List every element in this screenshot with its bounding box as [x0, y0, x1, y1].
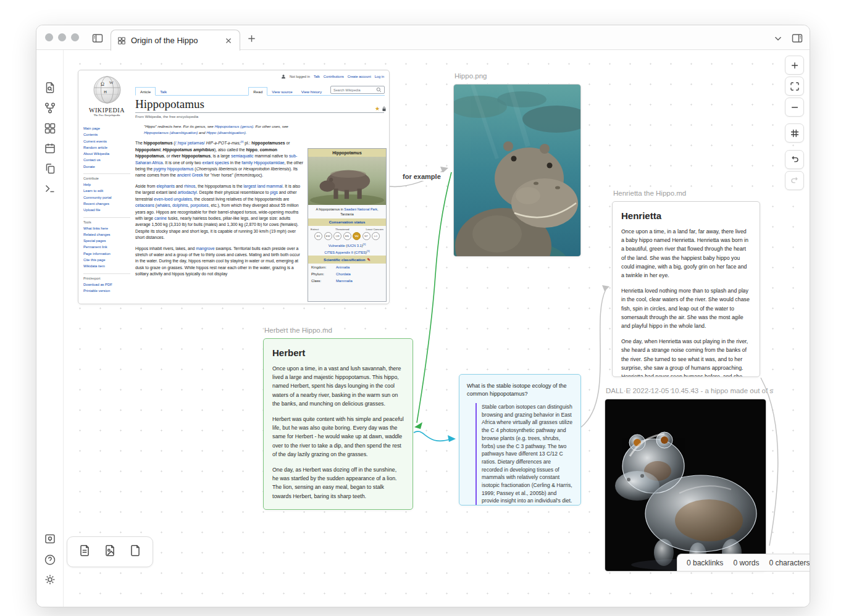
- wikipedia-header-tabs: ArticleTalk ReadView sourceView history …: [135, 85, 385, 96]
- word-count: 0 words: [733, 559, 759, 567]
- wikipedia-personal-links[interactable]: Not logged inTalkContributionsCreate acc…: [281, 74, 384, 79]
- graph-icon: [44, 102, 56, 114]
- wikipedia-logo[interactable]: Ω W H: [83, 75, 130, 104]
- taxobox-caption: A hippopotamus in Saadani National Park,…: [308, 205, 386, 218]
- wikipedia-namespace-tabs[interactable]: ArticleTalk: [135, 87, 171, 95]
- answer-blockquote: Stable carbon isotopes can distinguish b…: [475, 403, 573, 505]
- article-subtitle: From Wikipedia, the free encyclopedia: [135, 115, 384, 119]
- wikipedia-globe-icon: Ω W H: [93, 75, 122, 104]
- edit-pencil-icon[interactable]: ✎: [367, 257, 370, 262]
- card-label-herbert: Herbert the Hippo.md: [264, 327, 413, 334]
- svg-text:Ω: Ω: [101, 81, 104, 87]
- obsidian-window: Origin of the Hippo: [36, 25, 810, 607]
- wikipedia-tools-links[interactable]: What links hereRelated changesSpecial pa…: [83, 225, 130, 270]
- wikipedia-view-tabs[interactable]: ReadView sourceView history: [248, 87, 326, 95]
- baby-hippo-underwater-image: [454, 85, 581, 257]
- panel-left-icon: [91, 32, 104, 44]
- tab-list-dropdown-button[interactable]: [771, 31, 785, 45]
- zoom-window-button[interactable]: [71, 33, 79, 41]
- zoom-to-fit-button[interactable]: [785, 77, 804, 96]
- svg-text:H: H: [104, 89, 107, 94]
- close-window-button[interactable]: [45, 33, 53, 41]
- article-paragraph: Hippos inhabit rivers, lakes, and mangro…: [135, 246, 304, 278]
- zoom-in-button[interactable]: [785, 56, 804, 75]
- wikipedia-wordmark: WIKIPEDIA: [83, 107, 130, 114]
- question-text: What is the stable isotope ecology of th…: [467, 382, 573, 398]
- plus-icon: [246, 33, 257, 44]
- help-icon: [44, 554, 56, 566]
- cites-status-line[interactable]: CITES Appendix II (CITES)[1]: [309, 249, 385, 254]
- file-search-icon: [44, 81, 56, 94]
- iucn-scale-labels: ExtinctThreatenedLeast Concern: [308, 226, 386, 231]
- chevron-down-icon: [773, 33, 784, 44]
- plus-icon: [789, 60, 800, 71]
- classification-header[interactable]: Scientific classification ✎: [308, 256, 386, 264]
- undo-button[interactable]: [785, 150, 804, 169]
- copy-files-icon: [44, 162, 56, 175]
- wikipedia-print-links[interactable]: Download as PDFPrintable version: [83, 281, 130, 294]
- titlebar: Origin of the Hippo: [36, 25, 810, 50]
- terminal-icon: [44, 182, 56, 194]
- wikipedia-search-box[interactable]: Search Wikipedia: [330, 86, 385, 94]
- card-label-dalle: DALL·E 2022-12-05 10.45.43 - a hippo mad…: [606, 387, 802, 394]
- new-tab-button[interactable]: [245, 32, 258, 44]
- henrietta-note-card[interactable]: Henrietta Once upon a time, in a land fa…: [612, 201, 760, 377]
- character-count: 0 characters: [769, 559, 810, 567]
- snap-to-grid-toggle[interactable]: [785, 123, 804, 143]
- article-paragraph: The hippopotamus (/ˌhɪpəˈpɒtəməs/ HIP-ə-…: [135, 139, 304, 179]
- toggle-right-sidebar-button[interactable]: [790, 31, 804, 45]
- sidebar-section-header: Tools: [83, 217, 130, 224]
- canvas-grid-icon: [44, 122, 56, 135]
- card-label-hippo-png: Hippo.png: [454, 72, 581, 80]
- minus-icon: [789, 102, 800, 113]
- templates-button[interactable]: [44, 162, 56, 175]
- status-bar: 0 backlinks 0 words 0 characters: [677, 554, 810, 572]
- note-card-icon: [78, 544, 91, 557]
- calendar-icon: [44, 142, 56, 154]
- new-canvas-button[interactable]: [44, 122, 56, 135]
- close-tab-icon[interactable]: [224, 36, 233, 46]
- gear-icon: [44, 573, 56, 586]
- article-title: Hippopotamus: [135, 98, 384, 113]
- help-button[interactable]: [44, 554, 56, 566]
- dalle-image-card[interactable]: [605, 399, 766, 572]
- iucn-badges: EXEWCRENVUNTLC: [308, 231, 386, 241]
- quick-switcher-button[interactable]: [44, 81, 56, 94]
- tab-origin-of-the-hippo[interactable]: Origin of the Hippo: [111, 30, 240, 51]
- add-file-card-button[interactable]: [128, 544, 142, 560]
- wikipedia-nav-links[interactable]: Main pageContentsCurrent eventsRandom ar…: [83, 125, 130, 170]
- traffic-lights[interactable]: [45, 33, 79, 41]
- graph-view-button[interactable]: [44, 102, 56, 114]
- minimize-window-button[interactable]: [58, 33, 66, 41]
- add-note-card-button[interactable]: [78, 544, 91, 560]
- redo-button[interactable]: [785, 171, 804, 190]
- daily-note-button[interactable]: [44, 142, 56, 154]
- left-ribbon: [36, 50, 64, 607]
- add-media-card-button[interactable]: [103, 544, 117, 560]
- note-body: Once upon a time, in a land far, far awa…: [621, 227, 751, 377]
- search-placeholder: Search Wikipedia: [333, 88, 361, 92]
- settings-button[interactable]: [44, 573, 56, 586]
- herbert-note-card[interactable]: Herbert Once upon a time, in a vast and …: [263, 338, 413, 510]
- wikipedia-contribute-links[interactable]: HelpLearn to editCommunity portalRecent …: [83, 181, 130, 213]
- iucn-status-line[interactable]: Vulnerable (IUCN 3.1)[1]: [309, 243, 385, 248]
- hippo-png-image-card[interactable]: [453, 84, 581, 257]
- user-icon: [281, 74, 286, 79]
- watchlist-star-icon[interactable]: ★: [375, 106, 380, 112]
- wikipedia-embed-card[interactable]: Not logged inTalkContributionsCreate acc…: [78, 70, 390, 304]
- card-label-henrietta: Henrietta the Hippo.md: [613, 189, 760, 197]
- grid-hash-icon: [789, 128, 800, 139]
- taxonomy-row: Kingdom: Animalia: [308, 264, 386, 270]
- zoom-out-button[interactable]: [785, 98, 804, 117]
- taxonomy-row: Phylum: Chordata: [308, 270, 386, 277]
- backlinks-count[interactable]: 0 backlinks: [687, 559, 723, 567]
- hippo-photo: [308, 157, 386, 205]
- isotope-question-card[interactable]: What is the stable isotope ecology of th…: [459, 374, 581, 506]
- conservation-status-header[interactable]: Conservation status: [308, 219, 386, 226]
- maximize-brackets-icon: [789, 81, 800, 92]
- command-palette-button[interactable]: [44, 182, 56, 194]
- vault-switcher-button[interactable]: [44, 533, 56, 545]
- article-hatnote: "Hippo" redirects here. For its genus, s…: [144, 123, 304, 135]
- toggle-left-sidebar-button[interactable]: [91, 31, 104, 45]
- wikipedia-tagline: The Free Encyclopedia: [83, 114, 130, 117]
